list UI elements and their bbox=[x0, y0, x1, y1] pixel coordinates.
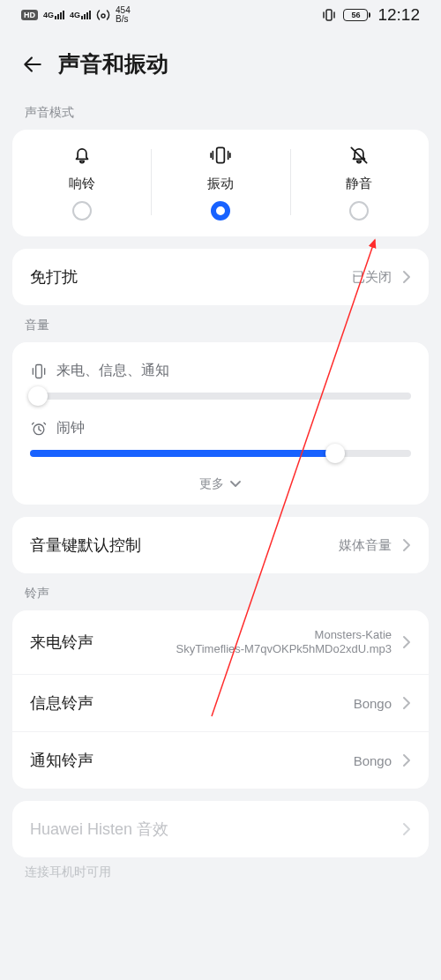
chevron-right-icon bbox=[402, 753, 411, 767]
chevron-right-icon bbox=[402, 822, 411, 836]
page-header: 声音和振动 bbox=[0, 30, 441, 93]
dnd-label: 免打扰 bbox=[30, 266, 341, 288]
sim2-icon: 4G bbox=[70, 11, 91, 19]
chevron-down-icon bbox=[229, 480, 242, 489]
chevron-right-icon bbox=[402, 538, 411, 552]
svg-rect-1 bbox=[217, 147, 225, 162]
dnd-value: 已关闭 bbox=[352, 269, 392, 286]
mode-ring-label: 响铃 bbox=[69, 176, 95, 192]
alarm-icon bbox=[30, 420, 48, 438]
mode-silent[interactable]: 静音 bbox=[290, 144, 429, 221]
volume-calls-header: 来电、信息、通知 bbox=[30, 362, 411, 380]
notify-value: Bongo bbox=[354, 753, 392, 768]
net-speed: 454 B/s bbox=[116, 6, 131, 24]
message-label: 信息铃声 bbox=[30, 692, 343, 714]
sound-mode-card: 响铃 振动 静音 bbox=[12, 130, 429, 236]
back-button[interactable] bbox=[21, 53, 44, 76]
section-label-mode: 声音模式 bbox=[0, 93, 441, 130]
incoming-value: Monsters-Katie SkyTimeflies-M7qvOKPk5hMD… bbox=[176, 628, 392, 656]
chevron-right-icon bbox=[402, 270, 411, 284]
svg-rect-0 bbox=[326, 10, 332, 20]
radio-selected bbox=[211, 201, 230, 221]
section-label-ringtone: 铃声 bbox=[0, 573, 441, 610]
volkey-label: 音量键默认控制 bbox=[30, 535, 328, 556]
radio-unselected bbox=[72, 201, 92, 221]
chevron-right-icon bbox=[402, 635, 411, 649]
svg-rect-2 bbox=[36, 364, 42, 378]
status-bar: HD 4G 4G 454 B/s 56 12:12 bbox=[0, 0, 441, 30]
row-dnd[interactable]: 免打扰 已关闭 bbox=[12, 249, 429, 305]
sim1-icon: 4G bbox=[43, 11, 64, 19]
volume-more[interactable]: 更多 bbox=[12, 469, 429, 505]
vibrate-icon bbox=[209, 144, 232, 167]
dnd-card: 免打扰 已关闭 bbox=[12, 249, 429, 305]
radio-unselected bbox=[349, 201, 369, 221]
battery-icon: 56 bbox=[343, 9, 370, 21]
chevron-right-icon bbox=[402, 696, 411, 710]
message-value: Bongo bbox=[354, 696, 392, 711]
notify-label: 通知铃声 bbox=[30, 750, 343, 771]
row-message-ringtone[interactable]: 信息铃声 Bongo bbox=[12, 674, 429, 731]
row-histen: Huawei Histen 音效 bbox=[12, 801, 429, 857]
volkey-value: 媒体音量 bbox=[339, 537, 392, 554]
row-notify-ringtone[interactable]: 通知铃声 Bongo bbox=[12, 731, 429, 789]
incoming-label: 来电铃声 bbox=[30, 632, 166, 653]
volkey-card: 音量键默认控制 媒体音量 bbox=[12, 517, 429, 573]
row-volkey[interactable]: 音量键默认控制 媒体音量 bbox=[12, 517, 429, 573]
mode-ring[interactable]: 响铃 bbox=[12, 144, 151, 221]
hotspot-icon bbox=[96, 9, 110, 21]
clock: 12:12 bbox=[377, 5, 420, 25]
volume-card: 来电、信息、通知 闹钟 更多 bbox=[12, 342, 429, 505]
slider-alarm[interactable] bbox=[30, 450, 411, 457]
ringtone-card: 来电铃声 Monsters-Katie SkyTimeflies-M7qvOKP… bbox=[12, 610, 429, 789]
phone-vibrate-icon bbox=[30, 363, 48, 380]
mode-vibrate-label: 振动 bbox=[207, 176, 234, 192]
hd-badge: HD bbox=[21, 10, 38, 20]
bell-icon bbox=[71, 144, 93, 167]
section-label-volume: 音量 bbox=[0, 305, 441, 342]
bell-off-icon bbox=[348, 144, 370, 167]
vibrate-status-icon bbox=[322, 8, 336, 22]
row-incoming-ringtone[interactable]: 来电铃声 Monsters-Katie SkyTimeflies-M7qvOKP… bbox=[12, 610, 429, 674]
headphone-hint: 连接耳机时可用 bbox=[0, 857, 441, 889]
histen-label: Huawei Histen 音效 bbox=[30, 819, 392, 840]
mode-vibrate[interactable]: 振动 bbox=[151, 144, 289, 221]
page-title: 声音和振动 bbox=[58, 49, 168, 79]
histen-card: Huawei Histen 音效 bbox=[12, 801, 429, 857]
volume-alarm-header: 闹钟 bbox=[30, 419, 411, 438]
slider-calls[interactable] bbox=[30, 393, 411, 400]
mode-silent-label: 静音 bbox=[346, 176, 372, 192]
